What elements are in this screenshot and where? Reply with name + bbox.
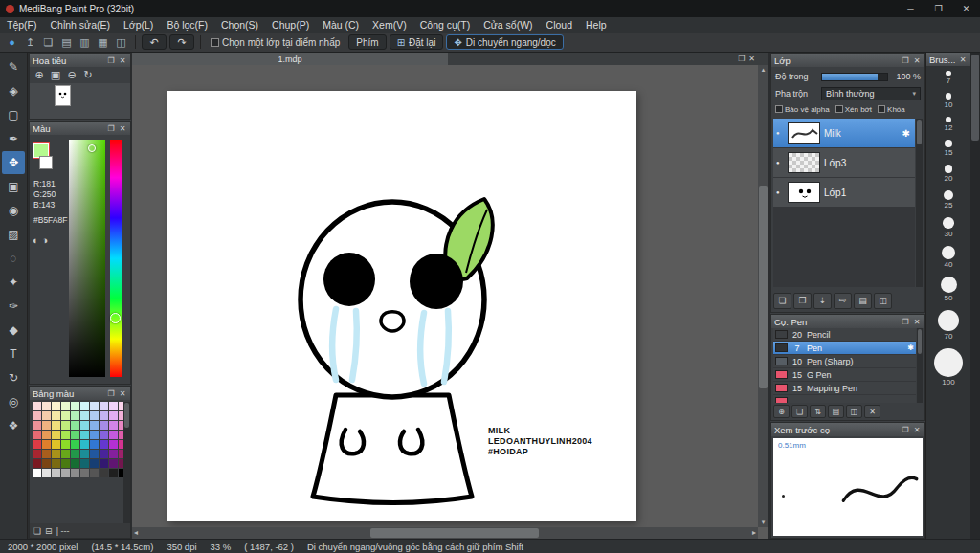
tool-button[interactable]: ◎ bbox=[2, 390, 25, 413]
palette-swatch[interactable] bbox=[61, 450, 70, 458]
tool-button[interactable]: T bbox=[2, 343, 25, 365]
palette-swatch[interactable] bbox=[100, 431, 108, 439]
palette-swatch[interactable] bbox=[100, 440, 108, 449]
palette-swatch[interactable] bbox=[80, 402, 89, 410]
toolbar-icon[interactable]: ❏ bbox=[40, 34, 56, 50]
close-panel-icon[interactable]: ✕ bbox=[118, 389, 127, 398]
palette-swatch[interactable] bbox=[52, 411, 60, 420]
menu-item[interactable]: Help bbox=[579, 19, 613, 31]
palette-swatch[interactable] bbox=[42, 402, 51, 410]
palette-swatch[interactable] bbox=[71, 469, 79, 477]
palette-swatch[interactable] bbox=[109, 402, 118, 410]
brush-size-option[interactable]: 20 bbox=[945, 165, 953, 183]
palette-swatch[interactable] bbox=[109, 440, 118, 449]
layer-visibility-icon[interactable]: ● bbox=[776, 189, 784, 195]
menu-item[interactable]: Chọn(S) bbox=[214, 19, 265, 31]
tool-button[interactable]: ✑ bbox=[2, 295, 25, 318]
navigator-zoom-icon[interactable]: ↻ bbox=[81, 69, 95, 81]
palette-swatch[interactable] bbox=[90, 421, 99, 430]
palette-swatch[interactable] bbox=[33, 459, 41, 468]
brush-size-option[interactable]: 25 bbox=[944, 190, 953, 210]
palette-swatch[interactable] bbox=[71, 459, 79, 468]
palette-swatch[interactable] bbox=[71, 411, 79, 420]
palette-swatch[interactable] bbox=[80, 421, 89, 430]
palette-swatch[interactable] bbox=[109, 411, 118, 420]
layer-visibility-icon[interactable]: ● bbox=[776, 160, 784, 166]
menu-item[interactable]: Cửa sổ(W) bbox=[477, 19, 539, 31]
palette-swatch[interactable] bbox=[33, 469, 41, 477]
brush-size-option[interactable]: 100 bbox=[934, 348, 963, 387]
palette-swatch[interactable] bbox=[61, 469, 70, 477]
tool-button[interactable]: ▢ bbox=[2, 103, 25, 126]
toolbar-icon[interactable]: ▦ bbox=[95, 34, 111, 50]
palette-swatch[interactable] bbox=[42, 440, 51, 449]
palette-swatch[interactable] bbox=[80, 450, 89, 458]
right-edge-scrollbar-thumb[interactable] bbox=[971, 55, 979, 141]
right-edge-scrollbar[interactable] bbox=[970, 53, 980, 539]
palette-swatch[interactable] bbox=[61, 431, 70, 439]
palette-swatch[interactable] bbox=[90, 469, 99, 477]
layer-settings-icon[interactable]: ✱ bbox=[902, 128, 912, 139]
close-panel-icon[interactable]: ✕ bbox=[912, 56, 922, 65]
brush-action-button[interactable]: ⇅ bbox=[810, 405, 826, 418]
brush-action-button[interactable]: ◫ bbox=[846, 405, 862, 418]
layer-option-checkbox[interactable]: Xén bớt bbox=[835, 105, 872, 114]
palette-swatch[interactable] bbox=[52, 469, 60, 477]
tool-button[interactable]: ✒ bbox=[2, 127, 25, 150]
brush-row[interactable]: 20 Pencil ✱ bbox=[773, 328, 916, 341]
tool-button[interactable]: ◆ bbox=[2, 319, 25, 342]
palette-swatch[interactable] bbox=[100, 450, 108, 458]
reset-button[interactable]: ⊞Đặt lại bbox=[390, 34, 444, 50]
menu-item[interactable]: Xem(V) bbox=[366, 19, 413, 31]
palette-swatch[interactable] bbox=[33, 431, 41, 439]
palette-swatch[interactable] bbox=[42, 411, 51, 420]
minimize-button[interactable]: ─ bbox=[897, 0, 924, 17]
brush-settings-icon[interactable]: ✱ bbox=[907, 343, 914, 352]
toolbar-icon[interactable]: ↥ bbox=[22, 34, 38, 50]
palette-swatch[interactable] bbox=[71, 431, 79, 439]
palette-swatch[interactable] bbox=[100, 469, 108, 477]
palette-swatch[interactable] bbox=[33, 421, 41, 430]
palette-swatch[interactable] bbox=[52, 440, 60, 449]
layer-action-button[interactable]: ⇨ bbox=[834, 293, 852, 309]
select-layer-checkbox[interactable] bbox=[211, 38, 219, 47]
brush-action-button[interactable]: ✕ bbox=[864, 405, 880, 418]
hue-bar[interactable] bbox=[110, 140, 122, 377]
brush-list-scrollbar-thumb[interactable] bbox=[918, 329, 922, 354]
palette-swatch[interactable] bbox=[90, 440, 99, 449]
palette-swatch[interactable] bbox=[71, 402, 79, 410]
canvas-horizontal-scrollbar[interactable]: ◂ ▸ bbox=[132, 527, 758, 539]
menu-item[interactable]: Tệp(F) bbox=[0, 19, 44, 31]
layer-visibility-icon[interactable]: ● bbox=[776, 130, 784, 136]
tool-button[interactable]: ✎ bbox=[2, 55, 25, 78]
palette-swatch[interactable] bbox=[80, 469, 89, 477]
palette-swatch[interactable] bbox=[109, 421, 118, 430]
palette-swatch[interactable] bbox=[52, 431, 60, 439]
canvas-vertical-scrollbar[interactable]: ▴ ▾ bbox=[758, 65, 768, 527]
color-mode-icon[interactable]: ◐ bbox=[33, 234, 39, 246]
navigator-zoom-icon[interactable]: ⊕ bbox=[33, 69, 46, 81]
canvas-horizontal-scrollbar-thumb[interactable] bbox=[370, 528, 540, 538]
palette-swatch[interactable] bbox=[52, 450, 60, 458]
menu-item[interactable]: Chỉnh sửa(E) bbox=[44, 19, 117, 31]
opacity-slider[interactable] bbox=[821, 73, 888, 81]
brush-size-option[interactable]: 10 bbox=[945, 93, 953, 108]
layer-action-button[interactable]: ◫ bbox=[874, 293, 892, 309]
menu-item[interactable]: Lớp(L) bbox=[117, 19, 160, 31]
palette-swatch[interactable] bbox=[100, 421, 108, 430]
palette-swatch[interactable] bbox=[100, 402, 108, 410]
palette-swatch[interactable] bbox=[100, 459, 108, 468]
palette-swatch[interactable] bbox=[61, 411, 70, 420]
scroll-up-arrow[interactable]: ▴ bbox=[758, 66, 768, 74]
palette-swatch[interactable] bbox=[109, 459, 118, 468]
color-mode-icon[interactable]: ◑ bbox=[42, 234, 49, 246]
palette-swatch[interactable] bbox=[61, 459, 70, 468]
palette-swatch[interactable] bbox=[109, 469, 118, 477]
layer-option-checkbox[interactable]: Khóa bbox=[878, 105, 905, 114]
tool-button[interactable]: ▣ bbox=[2, 175, 25, 198]
palette-swatch[interactable] bbox=[61, 440, 70, 449]
menu-item[interactable]: Cloud bbox=[540, 19, 579, 31]
brush-size-option[interactable]: 40 bbox=[942, 246, 955, 269]
brush-list-scrollbar[interactable] bbox=[917, 328, 923, 403]
layer-action-button[interactable]: ⇣ bbox=[813, 293, 832, 309]
